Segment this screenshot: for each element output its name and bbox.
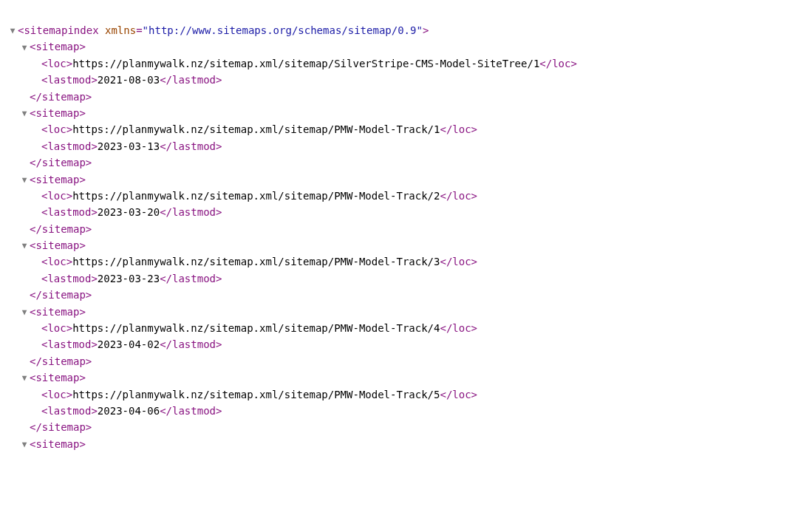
- sitemap-open-0: ▼<sitemap>: [19, 38, 791, 55]
- sitemap-close-4: </sitemap>: [19, 353, 791, 369]
- sitemap-open-2: ▼<sitemap>: [19, 171, 791, 188]
- loc-line-3: <loc>https://planmywalk.nz/sitemap.xml/s…: [31, 253, 791, 270]
- lastmod-value: 2023-03-20: [98, 206, 160, 218]
- sitemap-open-5: ▼<sitemap>: [19, 369, 791, 386]
- lastmod-value: 2021-08-03: [98, 74, 160, 86]
- xml-tree-viewer: ▼<sitemapindex xmlns="http://www.sitemap…: [7, 22, 791, 452]
- root-open-tag: ▼<sitemapindex xmlns="http://www.sitemap…: [7, 22, 791, 38]
- loc-value: https://planmywalk.nz/sitemap.xml/sitema…: [72, 123, 440, 135]
- sitemap-open-1: ▼<sitemap>: [19, 105, 791, 121]
- toggle-icon[interactable]: ▼: [19, 306, 30, 319]
- lastmod-value: 2023-03-13: [98, 140, 160, 152]
- sitemap-open-trailing: ▼<sitemap>: [19, 436, 791, 452]
- loc-line-5: <loc>https://planmywalk.nz/sitemap.xml/s…: [31, 386, 791, 403]
- sitemap-close-3: </sitemap>: [19, 287, 791, 303]
- toggle-icon[interactable]: ▼: [7, 24, 18, 38]
- sitemap-close-2: </sitemap>: [19, 221, 791, 237]
- lastmod-line-5: <lastmod>2023-04-06</lastmod>: [31, 403, 791, 419]
- lastmod-line-4: <lastmod>2023-04-02</lastmod>: [31, 336, 791, 352]
- toggle-icon[interactable]: ▼: [19, 372, 30, 385]
- loc-line-0: <loc>https://planmywalk.nz/sitemap.xml/s…: [31, 55, 791, 72]
- lastmod-line-3: <lastmod>2023-03-23</lastmod>: [31, 270, 791, 287]
- loc-line-1: <loc>https://planmywalk.nz/sitemap.xml/s…: [31, 121, 791, 137]
- sitemap-open-4: ▼<sitemap>: [19, 304, 791, 320]
- loc-value: https://planmywalk.nz/sitemap.xml/sitema…: [72, 256, 440, 267]
- toggle-icon[interactable]: ▼: [19, 41, 30, 55]
- lastmod-value: 2023-04-06: [98, 405, 160, 417]
- lastmod-value: 2023-03-23: [98, 273, 160, 284]
- lastmod-line-2: <lastmod>2023-03-20</lastmod>: [31, 204, 791, 220]
- loc-line-4: <loc>https://planmywalk.nz/sitemap.xml/s…: [31, 320, 791, 336]
- loc-line-2: <loc>https://planmywalk.nz/sitemap.xml/s…: [31, 188, 791, 204]
- loc-value: https://planmywalk.nz/sitemap.xml/sitema…: [72, 58, 539, 69]
- sitemap-close-5: </sitemap>: [19, 419, 791, 435]
- toggle-icon[interactable]: ▼: [19, 174, 30, 187]
- toggle-icon[interactable]: ▼: [19, 438, 30, 451]
- lastmod-line-0: <lastmod>2021-08-03</lastmod>: [31, 72, 791, 88]
- loc-value: https://planmywalk.nz/sitemap.xml/sitema…: [72, 190, 440, 202]
- toggle-icon[interactable]: ▼: [19, 239, 30, 253]
- sitemap-open-3: ▼<sitemap>: [19, 237, 791, 253]
- loc-value: https://planmywalk.nz/sitemap.xml/sitema…: [72, 322, 440, 334]
- lastmod-value: 2023-04-02: [98, 338, 160, 350]
- toggle-icon[interactable]: ▼: [19, 107, 30, 120]
- lastmod-line-1: <lastmod>2023-03-13</lastmod>: [31, 138, 791, 154]
- loc-value: https://planmywalk.nz/sitemap.xml/sitema…: [72, 389, 440, 400]
- sitemap-close-1: </sitemap>: [19, 154, 791, 171]
- sitemap-close-0: </sitemap>: [19, 89, 791, 105]
